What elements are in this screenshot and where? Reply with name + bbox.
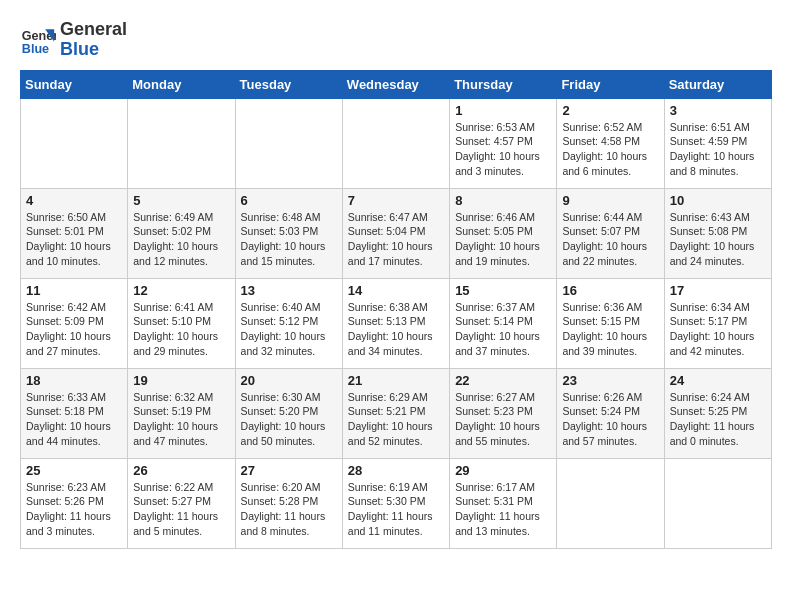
day-number: 2 xyxy=(562,103,658,118)
calendar-cell xyxy=(557,458,664,548)
day-info: Sunrise: 6:41 AM Sunset: 5:10 PM Dayligh… xyxy=(133,300,229,359)
day-number: 17 xyxy=(670,283,766,298)
logo-blue-text: Blue xyxy=(60,40,127,60)
day-number: 12 xyxy=(133,283,229,298)
calendar-week-3: 11Sunrise: 6:42 AM Sunset: 5:09 PM Dayli… xyxy=(21,278,772,368)
day-number: 20 xyxy=(241,373,337,388)
calendar-cell: 24Sunrise: 6:24 AM Sunset: 5:25 PM Dayli… xyxy=(664,368,771,458)
day-number: 13 xyxy=(241,283,337,298)
day-info: Sunrise: 6:49 AM Sunset: 5:02 PM Dayligh… xyxy=(133,210,229,269)
logo-general-text: General xyxy=(60,20,127,40)
day-info: Sunrise: 6:42 AM Sunset: 5:09 PM Dayligh… xyxy=(26,300,122,359)
day-number: 8 xyxy=(455,193,551,208)
day-info: Sunrise: 6:29 AM Sunset: 5:21 PM Dayligh… xyxy=(348,390,444,449)
day-number: 29 xyxy=(455,463,551,478)
day-number: 22 xyxy=(455,373,551,388)
calendar-header: SundayMondayTuesdayWednesdayThursdayFrid… xyxy=(21,70,772,98)
day-info: Sunrise: 6:24 AM Sunset: 5:25 PM Dayligh… xyxy=(670,390,766,449)
day-info: Sunrise: 6:19 AM Sunset: 5:30 PM Dayligh… xyxy=(348,480,444,539)
day-number: 1 xyxy=(455,103,551,118)
day-info: Sunrise: 6:52 AM Sunset: 4:58 PM Dayligh… xyxy=(562,120,658,179)
day-info: Sunrise: 6:23 AM Sunset: 5:26 PM Dayligh… xyxy=(26,480,122,539)
day-number: 5 xyxy=(133,193,229,208)
calendar-cell: 3Sunrise: 6:51 AM Sunset: 4:59 PM Daylig… xyxy=(664,98,771,188)
calendar: SundayMondayTuesdayWednesdayThursdayFrid… xyxy=(20,70,772,549)
day-info: Sunrise: 6:33 AM Sunset: 5:18 PM Dayligh… xyxy=(26,390,122,449)
day-number: 23 xyxy=(562,373,658,388)
day-number: 15 xyxy=(455,283,551,298)
day-number: 10 xyxy=(670,193,766,208)
calendar-cell: 29Sunrise: 6:17 AM Sunset: 5:31 PM Dayli… xyxy=(450,458,557,548)
day-info: Sunrise: 6:22 AM Sunset: 5:27 PM Dayligh… xyxy=(133,480,229,539)
calendar-week-4: 18Sunrise: 6:33 AM Sunset: 5:18 PM Dayli… xyxy=(21,368,772,458)
day-number: 21 xyxy=(348,373,444,388)
calendar-cell: 19Sunrise: 6:32 AM Sunset: 5:19 PM Dayli… xyxy=(128,368,235,458)
day-info: Sunrise: 6:50 AM Sunset: 5:01 PM Dayligh… xyxy=(26,210,122,269)
day-number: 24 xyxy=(670,373,766,388)
logo: General Blue General Blue xyxy=(20,20,127,60)
calendar-cell xyxy=(128,98,235,188)
day-number: 9 xyxy=(562,193,658,208)
calendar-week-5: 25Sunrise: 6:23 AM Sunset: 5:26 PM Dayli… xyxy=(21,458,772,548)
day-info: Sunrise: 6:26 AM Sunset: 5:24 PM Dayligh… xyxy=(562,390,658,449)
calendar-cell: 27Sunrise: 6:20 AM Sunset: 5:28 PM Dayli… xyxy=(235,458,342,548)
day-info: Sunrise: 6:40 AM Sunset: 5:12 PM Dayligh… xyxy=(241,300,337,359)
calendar-cell: 23Sunrise: 6:26 AM Sunset: 5:24 PM Dayli… xyxy=(557,368,664,458)
day-number: 25 xyxy=(26,463,122,478)
day-number: 7 xyxy=(348,193,444,208)
day-number: 3 xyxy=(670,103,766,118)
calendar-cell xyxy=(664,458,771,548)
day-info: Sunrise: 6:53 AM Sunset: 4:57 PM Dayligh… xyxy=(455,120,551,179)
calendar-cell: 20Sunrise: 6:30 AM Sunset: 5:20 PM Dayli… xyxy=(235,368,342,458)
logo-icon: General Blue xyxy=(20,22,56,58)
day-info: Sunrise: 6:48 AM Sunset: 5:03 PM Dayligh… xyxy=(241,210,337,269)
calendar-cell: 1Sunrise: 6:53 AM Sunset: 4:57 PM Daylig… xyxy=(450,98,557,188)
calendar-cell: 9Sunrise: 6:44 AM Sunset: 5:07 PM Daylig… xyxy=(557,188,664,278)
day-info: Sunrise: 6:37 AM Sunset: 5:14 PM Dayligh… xyxy=(455,300,551,359)
weekday-header-saturday: Saturday xyxy=(664,70,771,98)
header: General Blue General Blue xyxy=(20,20,772,60)
weekday-header-monday: Monday xyxy=(128,70,235,98)
day-number: 4 xyxy=(26,193,122,208)
day-number: 6 xyxy=(241,193,337,208)
calendar-cell: 13Sunrise: 6:40 AM Sunset: 5:12 PM Dayli… xyxy=(235,278,342,368)
calendar-cell: 26Sunrise: 6:22 AM Sunset: 5:27 PM Dayli… xyxy=(128,458,235,548)
calendar-cell xyxy=(235,98,342,188)
day-info: Sunrise: 6:51 AM Sunset: 4:59 PM Dayligh… xyxy=(670,120,766,179)
calendar-cell: 2Sunrise: 6:52 AM Sunset: 4:58 PM Daylig… xyxy=(557,98,664,188)
calendar-cell: 18Sunrise: 6:33 AM Sunset: 5:18 PM Dayli… xyxy=(21,368,128,458)
day-number: 18 xyxy=(26,373,122,388)
day-info: Sunrise: 6:34 AM Sunset: 5:17 PM Dayligh… xyxy=(670,300,766,359)
calendar-cell: 12Sunrise: 6:41 AM Sunset: 5:10 PM Dayli… xyxy=(128,278,235,368)
calendar-cell: 7Sunrise: 6:47 AM Sunset: 5:04 PM Daylig… xyxy=(342,188,449,278)
calendar-cell: 6Sunrise: 6:48 AM Sunset: 5:03 PM Daylig… xyxy=(235,188,342,278)
calendar-cell: 8Sunrise: 6:46 AM Sunset: 5:05 PM Daylig… xyxy=(450,188,557,278)
day-info: Sunrise: 6:43 AM Sunset: 5:08 PM Dayligh… xyxy=(670,210,766,269)
day-info: Sunrise: 6:36 AM Sunset: 5:15 PM Dayligh… xyxy=(562,300,658,359)
calendar-cell: 17Sunrise: 6:34 AM Sunset: 5:17 PM Dayli… xyxy=(664,278,771,368)
day-number: 27 xyxy=(241,463,337,478)
svg-text:Blue: Blue xyxy=(22,41,49,55)
day-info: Sunrise: 6:30 AM Sunset: 5:20 PM Dayligh… xyxy=(241,390,337,449)
day-info: Sunrise: 6:27 AM Sunset: 5:23 PM Dayligh… xyxy=(455,390,551,449)
calendar-cell xyxy=(21,98,128,188)
calendar-cell: 28Sunrise: 6:19 AM Sunset: 5:30 PM Dayli… xyxy=(342,458,449,548)
weekday-header-tuesday: Tuesday xyxy=(235,70,342,98)
day-number: 11 xyxy=(26,283,122,298)
day-number: 28 xyxy=(348,463,444,478)
day-info: Sunrise: 6:47 AM Sunset: 5:04 PM Dayligh… xyxy=(348,210,444,269)
day-info: Sunrise: 6:46 AM Sunset: 5:05 PM Dayligh… xyxy=(455,210,551,269)
day-number: 14 xyxy=(348,283,444,298)
day-number: 16 xyxy=(562,283,658,298)
weekday-header-friday: Friday xyxy=(557,70,664,98)
weekday-header-sunday: Sunday xyxy=(21,70,128,98)
calendar-cell: 22Sunrise: 6:27 AM Sunset: 5:23 PM Dayli… xyxy=(450,368,557,458)
calendar-cell: 21Sunrise: 6:29 AM Sunset: 5:21 PM Dayli… xyxy=(342,368,449,458)
calendar-cell: 11Sunrise: 6:42 AM Sunset: 5:09 PM Dayli… xyxy=(21,278,128,368)
calendar-cell xyxy=(342,98,449,188)
calendar-cell: 4Sunrise: 6:50 AM Sunset: 5:01 PM Daylig… xyxy=(21,188,128,278)
weekday-header-wednesday: Wednesday xyxy=(342,70,449,98)
calendar-cell: 25Sunrise: 6:23 AM Sunset: 5:26 PM Dayli… xyxy=(21,458,128,548)
day-info: Sunrise: 6:20 AM Sunset: 5:28 PM Dayligh… xyxy=(241,480,337,539)
calendar-cell: 15Sunrise: 6:37 AM Sunset: 5:14 PM Dayli… xyxy=(450,278,557,368)
